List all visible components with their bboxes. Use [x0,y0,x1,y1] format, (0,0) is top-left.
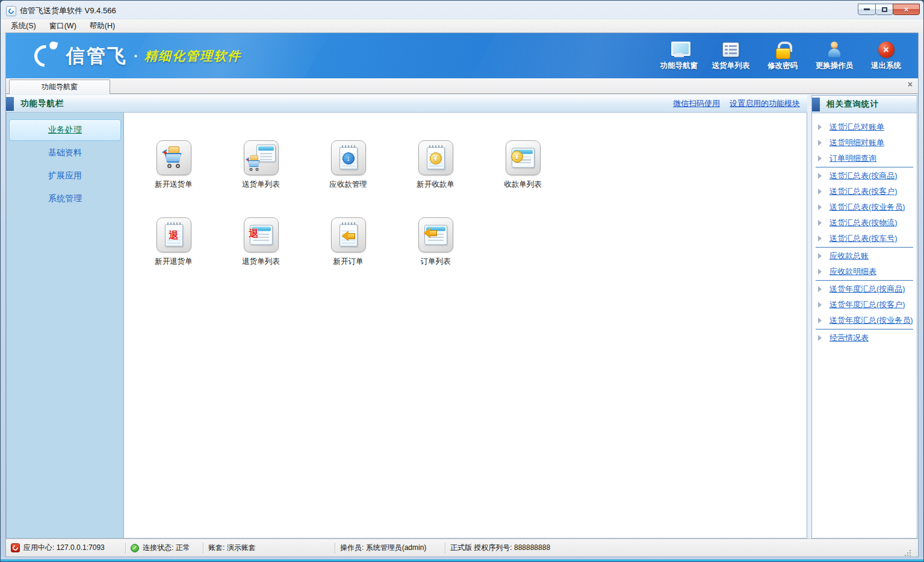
brand-slogan: 精细化管理软件 [144,48,241,64]
triangle-icon [818,204,822,210]
header-marker [812,98,820,111]
app-icon-receipt-list[interactable]: ¥ 收款单列表 [487,140,559,190]
app-icon-new-order[interactable]: 新开订单 [312,217,385,267]
wechat-scan-link[interactable]: 微信扫码使用 [673,98,720,109]
sidebar-item-system[interactable]: 系统管理 [9,188,121,210]
stats-link[interactable]: 送货明细对账单 [829,137,884,148]
stats-link[interactable]: 订单明细查询 [829,153,876,164]
stats-group: 应收款总账 应收款明细表 [816,248,913,281]
stats-group: 经营情况表 [816,329,913,346]
app-icon-order-list[interactable]: 订单列表 [400,217,472,267]
return-char-icon: 退 [169,229,179,242]
menu-help[interactable]: 帮助(H) [83,19,122,33]
menu-bar: 系统(S) 窗口(W) 帮助(H) [1,19,923,33]
toolbar-delivery-list-button[interactable]: 送货单列表 [705,40,757,71]
triangle-icon [818,124,822,130]
maximize-icon [882,7,887,12]
stats-link[interactable]: 经营情况表 [829,333,869,343]
brand-logo-icon [31,42,59,70]
stats-link[interactable]: 送货汇总表(按车号) [829,233,898,244]
stats-link[interactable]: 送货汇总表(按物流) [829,217,898,228]
sidebar-item-business[interactable]: 业务处理 [9,119,121,141]
nav-panel-header: 功能导航栏 微信扫码使用 设置启用的功能模块 [6,95,807,113]
maximize-button[interactable] [875,4,893,15]
toolbar-change-password-button[interactable]: 修改密码 [757,40,808,71]
stats-link[interactable]: 送货年度汇总(按业务员) [829,315,913,326]
toolbar-exit-button[interactable]: × 退出系统 [860,40,912,71]
title-bar: 信管飞送货单软件 V9.4.566 × [1,1,923,19]
app-icon-delivery-note-list[interactable]: 送货单列表 [225,140,297,190]
app-frame: 信管飞 · 精细化管理软件 功能导航窗 送货单列表 修改密码 [5,33,919,557]
shortcut-grid: 新开送货单 [124,113,807,538]
nav-panel: 功能导航栏 微信扫码使用 设置启用的功能模块 业务处理 基础资料 扩展应用 系统… [6,95,807,539]
triangle-icon [818,253,822,259]
sidebar: 业务处理 基础资料 扩展应用 系统管理 [7,113,124,538]
monitor-icon [669,42,689,58]
triangle-icon [818,189,822,195]
stats-link[interactable]: 送货年度汇总(按商品) [829,284,905,295]
status-operator: 操作员: 系统管理员(admin) [335,539,445,557]
list-item: 应收款明细表 [816,264,913,279]
brand-name: 信管飞 [66,43,128,69]
triangle-icon [818,302,822,308]
user-icon [825,42,844,58]
app-icon-new-receipt[interactable]: ¥ 新开收款单 [400,140,472,190]
stats-link[interactable]: 送货汇总表(按商品) [829,170,898,181]
exit-icon: × [878,42,895,58]
minimize-button[interactable] [858,4,876,15]
note-download-icon: ↓ [331,140,366,175]
window-arrow-icon [418,217,453,252]
stats-panel-header: 相关查询统计 [812,96,917,113]
triangle-icon [818,335,822,341]
app-icon-receivables[interactable]: ↓ 应收款管理 [312,140,385,190]
resize-grip[interactable] [904,549,911,557]
sidebar-item-basic-data[interactable]: 基础资料 [9,142,121,164]
header-marker [6,97,14,111]
yen-coin-icon: ¥ [511,151,523,163]
list-item: 送货年度汇总(按商品) [816,281,913,297]
lock-icon [773,42,792,58]
tab-close-icon[interactable]: × [908,80,913,89]
banner-toolbar: 功能导航窗 送货单列表 修改密码 更换操作员 × 退出系统 [653,40,912,71]
triangle-icon [818,173,822,179]
left-arrow-icon [342,231,355,240]
stats-link[interactable]: 送货汇总对账单 [829,122,884,133]
module-settings-link[interactable]: 设置启用的功能模块 [730,98,800,109]
tab-nav-window[interactable]: 功能导航窗 [9,80,110,94]
minimize-icon [864,8,870,10]
stats-link[interactable]: 送货汇总表(按业务员) [829,202,905,213]
app-icon-return-note-list[interactable]: 退 退货单列表 [225,217,297,267]
note-yen-icon: ¥ [418,140,453,175]
window-title: 信管飞送货单软件 V9.4.566 [20,5,116,16]
sidebar-item-extensions[interactable]: 扩展应用 [9,165,121,187]
nav-panel-body: 业务处理 基础资料 扩展应用 系统管理 [6,113,807,539]
list-item: 送货汇总表(按商品) [816,168,913,184]
stats-link[interactable]: 送货汇总表(按客户) [829,186,898,197]
triangle-icon [818,155,822,161]
status-app-center: 应用中心: 127.0.0.1:7093 [6,539,125,557]
triangle-icon [818,269,822,275]
stats-group: 送货汇总表(按商品) 送货汇总表(按客户) 送货汇总表(按业务员) 送货汇总表(… [816,167,913,248]
window-return-icon: 退 [244,217,279,252]
app-icon-new-delivery-note[interactable]: 新开送货单 [138,140,210,190]
content: 功能导航栏 微信扫码使用 设置启用的功能模块 业务处理 基础资料 扩展应用 系统… [6,94,918,539]
stats-group: 送货年度汇总(按商品) 送货年度汇总(按客户) 送货年度汇总(按业务员) [816,281,913,329]
toolbar-nav-window-button[interactable]: 功能导航窗 [653,40,705,71]
cart-list-icon [244,140,279,175]
list-item: 送货年度汇总(按业务员) [816,313,913,328]
status-license: 正式版 授权序列号: 888888888 [445,539,918,557]
toolbar-switch-operator-button[interactable]: 更换操作员 [808,40,860,71]
app-logo-icon [6,6,16,16]
window-yen-icon: ¥ [506,140,541,175]
list-item: 应收款总账 [816,248,913,264]
stats-list: 送货汇总对账单 送货明细对账单 订单明细查询 送货汇总表(按商品) 送货汇总表(… [812,113,917,538]
stats-link[interactable]: 应收款明细表 [829,266,876,277]
triangle-icon [818,140,822,146]
menu-system[interactable]: 系统(S) [4,19,43,33]
stats-link[interactable]: 送货年度汇总(按客户) [829,299,905,310]
yen-coin-icon: ¥ [430,152,442,164]
close-button[interactable]: × [893,4,920,15]
app-icon-new-return-note[interactable]: 退 新开退货单 [138,217,210,267]
menu-window[interactable]: 窗口(W) [43,19,83,33]
stats-link[interactable]: 应收款总账 [829,251,869,261]
